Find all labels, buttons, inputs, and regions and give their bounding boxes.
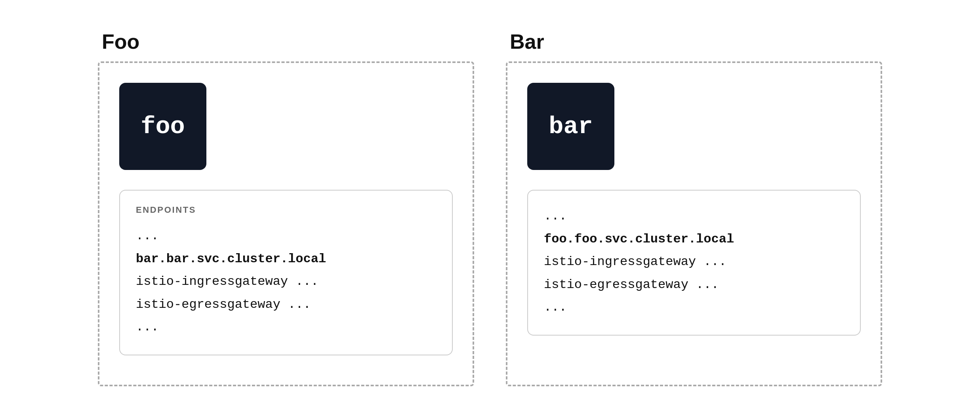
bar-endpoints-dots-top: ... <box>544 205 844 228</box>
foo-dashed-box: foo ENDPOINTS ... bar.bar.svc.cluster.lo… <box>98 61 474 386</box>
foo-namespace: Foo foo ENDPOINTS ... bar.bar.svc.cluste… <box>98 30 474 386</box>
bar-namespace: Bar bar ... foo.foo.svc.cluster.local is… <box>506 30 882 386</box>
bar-endpoints-line2: istio-ingressgateway ... <box>544 250 844 273</box>
foo-service-icon-label: foo <box>141 113 185 141</box>
foo-endpoints-dots-top: ... <box>136 225 436 248</box>
foo-endpoints-dots-bottom: ... <box>136 316 436 339</box>
foo-namespace-title: Foo <box>98 30 474 53</box>
foo-endpoints-line2: istio-ingressgateway ... <box>136 270 436 293</box>
foo-endpoints-content: ... bar.bar.svc.cluster.local istio-ingr… <box>136 225 436 339</box>
bar-endpoints-content: ... foo.foo.svc.cluster.local istio-ingr… <box>544 205 844 319</box>
foo-service-icon: foo <box>119 83 206 170</box>
foo-endpoints-heading: ENDPOINTS <box>136 205 436 215</box>
bar-endpoints-dots-bottom: ... <box>544 296 844 319</box>
bar-endpoints-primary: foo.foo.svc.cluster.local <box>544 228 844 251</box>
foo-endpoints-primary: bar.bar.svc.cluster.local <box>136 248 436 271</box>
foo-endpoints-card: ENDPOINTS ... bar.bar.svc.cluster.local … <box>119 190 453 355</box>
foo-endpoints-line3: istio-egressgateway ... <box>136 293 436 316</box>
bar-endpoints-line3: istio-egressgateway ... <box>544 273 844 296</box>
bar-service-icon-label: bar <box>549 113 593 141</box>
bar-endpoints-card: ... foo.foo.svc.cluster.local istio-ingr… <box>527 190 861 336</box>
bar-service-icon: bar <box>527 83 614 170</box>
bar-namespace-title: Bar <box>506 30 882 53</box>
bar-dashed-box: bar ... foo.foo.svc.cluster.local istio-… <box>506 61 882 386</box>
